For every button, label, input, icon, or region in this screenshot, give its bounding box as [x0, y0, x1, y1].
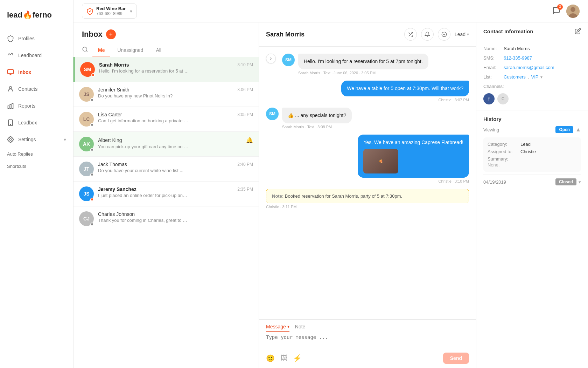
- conv-preview: Do you have any new Pinot Noirs in?: [98, 93, 189, 98]
- wave-icon: [7, 52, 14, 59]
- edit-icon[interactable]: [575, 28, 581, 34]
- message-input[interactable]: [266, 334, 469, 348]
- inbox-add-button[interactable]: +: [106, 29, 116, 39]
- sidebar-item-settings[interactable]: Settings ▾: [0, 131, 73, 148]
- online-dot: [91, 73, 95, 77]
- bell-action-button[interactable]: [421, 28, 434, 41]
- open-badge: Open: [555, 126, 573, 133]
- sidebar-sub-auto-replies[interactable]: Auto Replies: [0, 148, 73, 160]
- conv-name: Jeremy Sanchez: [98, 186, 136, 192]
- sidebar-item-leadboard[interactable]: Leadboard: [0, 47, 73, 64]
- conv-preview: Can I get information on booking a priva…: [98, 118, 189, 123]
- conversation-item-sarah-morris[interactable]: SM Sarah Morris 3:10 PM Hello. I'm looki…: [74, 57, 259, 82]
- sidebar: lead 🔥 ferno Profiles Leadboard Inbox Co…: [0, 0, 74, 368]
- conv-time: 3:06 PM: [237, 87, 253, 92]
- conversation-item-lisa-carter[interactable]: LC Lisa Carter 3:05 PM Can I get informa…: [74, 107, 259, 132]
- history-assigned-row: Assigned to: Christie: [488, 149, 577, 154]
- conv-avatar-sarah-morris: SM: [80, 62, 95, 77]
- info-row-email: Email: sarah.morris@gmail.com: [483, 65, 581, 70]
- message-row-4: Yes. We have an amazing Caprese Flatbrea…: [266, 135, 469, 183]
- user-avatar[interactable]: [566, 5, 580, 18]
- send-button[interactable]: Send: [443, 353, 469, 364]
- priority-dot: [90, 173, 94, 176]
- history-title: History: [483, 116, 581, 122]
- conv-avatar-jeremy-sanchez: JS: [79, 186, 94, 201]
- sidebar-item-profiles-label: Profiles: [18, 36, 35, 41]
- conv-name: Lisa Carter: [98, 112, 122, 117]
- chart-icon: [7, 102, 14, 109]
- sidebar-sub-shortcuts[interactable]: Shortcuts: [0, 160, 73, 172]
- image-button[interactable]: 🖼: [280, 354, 287, 362]
- email-value[interactable]: sarah.morris@gmail.com: [504, 65, 554, 70]
- list-chevron-icon: ▾: [540, 75, 542, 80]
- conversation-list: SM Sarah Morris 3:10 PM Hello. I'm looki…: [74, 57, 259, 368]
- tab-all[interactable]: All: [150, 45, 167, 56]
- tab-message[interactable]: Message ▾: [266, 324, 289, 332]
- conv-avatar-albert-king: AK: [79, 137, 94, 151]
- conversation-item-jack-thomas[interactable]: JT Jack Thomas 2:40 PM Do you have your …: [74, 157, 259, 182]
- sidebar-item-profiles[interactable]: Profiles: [0, 30, 73, 47]
- message-bubble-2: We have a table for 5 open at 7:30pm. Wi…: [341, 81, 469, 96]
- messages-container: › SM Hello. I'm looking for a reservatio…: [259, 47, 476, 319]
- shuffle-button[interactable]: [404, 28, 417, 41]
- lead-badge[interactable]: Lead ▾: [455, 32, 469, 37]
- msg-meta-3: Sarah Morris · Text · 3:08 PM: [282, 125, 352, 129]
- business-selector[interactable]: Red Wine Bar 763-682-8989 ▾: [82, 4, 137, 19]
- tab-unassigned[interactable]: Unassigned: [112, 45, 149, 56]
- svg-point-7: [10, 139, 12, 141]
- chat-channel-button[interactable]: C: [497, 93, 509, 104]
- list-tag-vip[interactable]: VIP: [531, 74, 538, 80]
- conv-preview: Do you have your current white wine list…: [98, 168, 189, 173]
- tab-me[interactable]: Me: [92, 45, 110, 56]
- conversation-item-jeremy-sanchez[interactable]: JS Jeremy Sanchez 2:35 PM I just placed …: [74, 182, 259, 206]
- person-icon: [7, 86, 14, 93]
- conv-body-jack-thomas: Jack Thomas 2:40 PM Do you have your cur…: [98, 162, 253, 173]
- svg-rect-4: [12, 103, 13, 108]
- priority-dot: [90, 223, 94, 226]
- emoji-button[interactable]: 🙂: [266, 354, 275, 362]
- expand-button[interactable]: ›: [266, 54, 276, 63]
- conversation-item-charles-johnson[interactable]: CJ Charles Johnson Thank you for coming …: [74, 206, 259, 231]
- check-action-button[interactable]: [438, 28, 450, 41]
- conv-time: 2:40 PM: [237, 162, 253, 167]
- msg-meta-1: Sarah Morris · Text · June 06, 2020 · 3:…: [298, 71, 428, 75]
- chat-actions: Lead ▾: [404, 28, 469, 41]
- history-chevron-up-icon[interactable]: ▲: [575, 127, 581, 133]
- conv-body-sarah-morris: Sarah Morris 3:10 PM Hello. I'm looking …: [99, 62, 253, 74]
- sidebar-item-reports[interactable]: Reports: [0, 97, 73, 114]
- conversation-item-jennifer-smith[interactable]: JS Jennifer Smith 3:06 PM Do you have an…: [74, 82, 259, 107]
- food-image-placeholder: 🍕: [363, 149, 398, 173]
- logo-flame: 🔥: [23, 11, 32, 20]
- message-input-area: Message ▾ Note 🙂 🖼 ⚡ Send: [259, 319, 476, 368]
- closed-chevron-icon[interactable]: ▾: [579, 179, 581, 185]
- tab-message-label: Message: [266, 324, 286, 329]
- sidebar-item-leadbox[interactable]: Leadbox: [0, 114, 73, 131]
- list-sep: ,: [528, 74, 529, 80]
- list-tag-customers[interactable]: Customers: [504, 74, 526, 80]
- svg-point-11: [83, 47, 87, 51]
- svg-rect-3: [10, 104, 11, 109]
- note-container: Note: Booked reservation for Sarah Morri…: [266, 189, 469, 209]
- inbox-header: Inbox +: [74, 22, 259, 39]
- history-closed-row: 04/19/2019 Closed ▾: [483, 175, 581, 189]
- message-row-2: We have a table for 5 open at 7:30pm. Wi…: [266, 81, 469, 102]
- sidebar-item-inbox[interactable]: Inbox: [0, 64, 73, 81]
- message-type-tabs: Message ▾ Note: [266, 324, 469, 332]
- main-area: Red Wine Bar 763-682-8989 ▾ 3 Inbox +: [74, 0, 588, 368]
- conv-time: 3:05 PM: [237, 112, 253, 117]
- device-icon: [7, 119, 14, 126]
- lightning-button[interactable]: ⚡: [293, 354, 302, 362]
- conversation-item-albert-king[interactable]: AK Albert King 🔔 You can pick-up your gi…: [74, 132, 259, 157]
- search-button[interactable]: [79, 43, 91, 57]
- topbar-left: Red Wine Bar 763-682-8989 ▾: [82, 4, 137, 19]
- conv-name: Jennifer Smith: [98, 87, 129, 93]
- msg-meta-2: Christie · 3:07 PM: [439, 98, 469, 102]
- shuffle-icon: [408, 32, 413, 37]
- tab-note[interactable]: Note: [295, 324, 306, 332]
- facebook-channel-button[interactable]: f: [483, 93, 495, 104]
- viewing-label: Viewing: [483, 127, 499, 132]
- sidebar-item-contacts[interactable]: Contacts: [0, 81, 73, 97]
- sidebar-item-inbox-label: Inbox: [18, 69, 31, 75]
- sms-value[interactable]: 612-335-9987: [504, 55, 532, 61]
- notification-button[interactable]: 3: [552, 6, 561, 16]
